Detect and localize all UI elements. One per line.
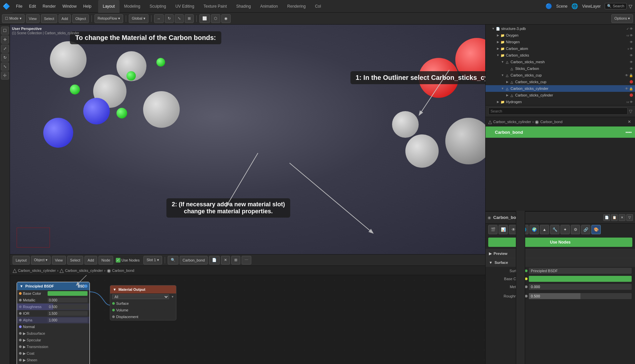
transform-3d-tool[interactable]: ☩ (1, 72, 9, 80)
menu-edit[interactable]: Edit (26, 0, 39, 13)
tab-rendering[interactable]: Rendering (283, 0, 310, 13)
node-view-btn[interactable]: View (52, 256, 66, 265)
add-btn[interactable]: Add (59, 14, 71, 23)
material-browse-btn[interactable]: 🔍 (168, 256, 178, 265)
solid-btn[interactable]: ⬡ (211, 14, 220, 23)
material-extra-btn[interactable]: ⋯ (242, 256, 251, 265)
oxygen-item[interactable]: ▶ 📁 Oxygen ₅₂ 👁 (486, 32, 635, 39)
menu-help[interactable]: Help (80, 0, 95, 13)
outliner-filter-btn-2[interactable]: ▽ (629, 109, 632, 114)
metallic-bar[interactable]: 0.000 (529, 284, 632, 290)
struct-check[interactable]: ✓ (626, 27, 629, 31)
rotate-tool[interactable]: ↻ (165, 14, 174, 23)
props-tab-material[interactable]: 🎨 (591, 225, 601, 234)
structure-pdb-item[interactable]: ▼ 📄 structure-3.pdb ✓ 👁 (486, 25, 635, 32)
retopoflow-btn[interactable]: RetopoFlow ▾ (95, 14, 123, 23)
bsdf-transmission-row[interactable]: ▶ Transmission (17, 343, 90, 350)
cs-cyl-parent-item[interactable]: ▼ △ Carbon_sticks_cylinder 👁 🔒 (486, 85, 635, 92)
tab-layout[interactable]: Layout (98, 0, 119, 13)
cscup-parent-arrow[interactable]: ▼ (500, 73, 505, 78)
props-tab-physics[interactable]: ⚙ (571, 225, 580, 234)
hydrogen-arrow[interactable]: ▶ (496, 99, 500, 104)
carbon-sticks-item[interactable]: ▼ 📁 Carbon_sticks 👁 (486, 52, 635, 59)
scale-tool[interactable]: ⤡ (175, 14, 184, 23)
render-preview-btn[interactable]: ◉ (221, 14, 231, 23)
bsdf-collapse-icon[interactable]: ▼ (20, 284, 23, 288)
tab-shading[interactable]: Shading (232, 0, 256, 13)
catom-arrow[interactable]: ▶ (496, 46, 500, 51)
struct-vis[interactable]: 👁 (630, 27, 633, 31)
scale-3d-tool[interactable]: ⤡ (1, 63, 9, 71)
props-tab-particles[interactable]: ✦ (560, 225, 570, 234)
slot-dropdown[interactable]: Slot 1 ▾ (143, 256, 162, 265)
object-btn[interactable]: Object (72, 14, 89, 23)
cursor-tool[interactable]: ✛ (1, 36, 9, 44)
material-output-node[interactable]: ▼ Material Output All Cycles EEVEE ▼ Sur… (110, 285, 176, 320)
carbon-atom-item[interactable]: ▶ 📁 Carbon_atom ₂ 👁 (486, 45, 635, 52)
mat-collapse-icon[interactable]: ▪▪▪▪ (626, 130, 632, 135)
csticks-arrow[interactable]: ▼ (496, 53, 500, 58)
node-select-btn[interactable]: Select (67, 256, 84, 265)
scene-icon[interactable]: 🌐 (571, 3, 578, 9)
hyd-vis[interactable]: 👁 (630, 100, 633, 104)
bsdf-subsurface-row[interactable]: ▶ Subsurface (17, 330, 90, 337)
csmesh-vis[interactable]: 👁 (630, 60, 633, 64)
props-extra-btn[interactable]: ▽ (626, 214, 633, 221)
bsdf-coat-row[interactable]: ▶ Coat (17, 350, 90, 357)
props-copy-btn[interactable]: 📄 (603, 214, 610, 221)
cs-cup-child-item[interactable]: ▶ △ Carbon_sticks_cup (486, 79, 635, 85)
node-canvas[interactable]: ▼ Principled BSDF BSDF Base Color Metall… (10, 275, 525, 364)
sc-vis[interactable]: 👁 (630, 67, 633, 71)
use-nodes-checkbox[interactable]: ✓ (116, 258, 120, 263)
bsdf-roughness-val[interactable]: 0.500 (48, 304, 88, 309)
menu-render[interactable]: Render (39, 0, 59, 13)
node-object-btn[interactable]: Object ▾ (31, 256, 51, 265)
select-box-tool[interactable]: ☐ (1, 27, 9, 35)
sticks-carbon-item[interactable]: △ Sticks_Carbon 👁 (486, 65, 635, 72)
use-nodes-button[interactable]: Use Nodes (488, 238, 632, 247)
nitrogen-arrow[interactable]: ▶ (496, 40, 500, 44)
cs-mesh-item[interactable]: ▼ △ Carbon_sticks_mesh 👁 (486, 59, 635, 65)
options-btn[interactable]: Options ▾ (611, 14, 633, 23)
preview-section-header[interactable]: ▶ Preview (486, 249, 635, 258)
rotate-3d-tool[interactable]: ↻ (1, 54, 9, 62)
menu-window[interactable]: Window (59, 0, 80, 13)
material-name-bar[interactable]: Carbon_bond ▪▪▪▪ (486, 126, 635, 138)
nitrogen-item[interactable]: ▶ 📁 Nitrogen 👁 (486, 39, 635, 45)
bsdf-sheen-row[interactable]: ▶ Sheen (17, 357, 90, 363)
global-btn[interactable]: Global ▾ (129, 14, 148, 23)
move-tool[interactable]: ↔ (154, 14, 164, 23)
bsdf-specular-row[interactable]: ▶ Specular (17, 337, 90, 343)
oxy-vis[interactable]: 👁 (630, 34, 633, 37)
node-menu-btn[interactable]: Node (99, 256, 113, 265)
cs-cyl-child-item[interactable]: ▶ △ Carbon_sticks_cylinder (486, 92, 635, 98)
snap-tool[interactable]: ⊞ (185, 14, 194, 23)
tab-modeling[interactable]: Modeling (119, 0, 145, 13)
bsdf-selector-btn[interactable]: Principled BSDF (529, 268, 632, 274)
props-tab-modifier[interactable]: 🔧 (550, 225, 559, 234)
surface-section-header[interactable]: ▼ Surface (486, 258, 635, 267)
catom-vis[interactable]: 👁 (630, 47, 633, 51)
sc-arrow[interactable] (505, 66, 510, 71)
render-icon[interactable]: 🔵 (545, 3, 552, 9)
tab-col[interactable]: Col (310, 0, 325, 13)
cscyl-p-hide[interactable]: 👁 (625, 87, 628, 91)
cs-cup-parent-item[interactable]: ▼ △ Carbon_sticks_cup 👁 🔒 (486, 72, 635, 79)
mode-dropdown[interactable]: ☐ Mode ▾ (2, 14, 25, 23)
filter-icon-top[interactable]: ▽ (629, 4, 632, 9)
viewport-3d[interactable]: User Perspective (1) Scene Collection | … (10, 25, 525, 254)
material-nodes-btn[interactable]: ⊞ (231, 256, 240, 265)
base-color-swatch[interactable] (529, 276, 632, 282)
props-tab-object[interactable]: ▲ (540, 225, 549, 234)
select-btn[interactable]: Select (41, 14, 57, 23)
cscup-p-lock[interactable]: 🔒 (629, 74, 633, 77)
bsdf-ior-val[interactable]: 1.500 (48, 311, 88, 316)
material-unlink-btn[interactable]: ✕ (221, 256, 230, 265)
props-tab-output[interactable]: 📊 (499, 225, 508, 234)
props-paste-btn[interactable]: 📋 (611, 214, 618, 221)
mat-unlink-btn[interactable]: ✕ (626, 119, 632, 125)
output-collapse-icon[interactable]: ▼ (113, 287, 116, 291)
search-top[interactable]: 🔍 Search (605, 3, 627, 9)
hydrogen-item[interactable]: ▶ 📁 Hydrogen ₅₂ 👁 (486, 98, 635, 105)
bsdf-metallic-val[interactable]: 0.000 (48, 298, 88, 302)
